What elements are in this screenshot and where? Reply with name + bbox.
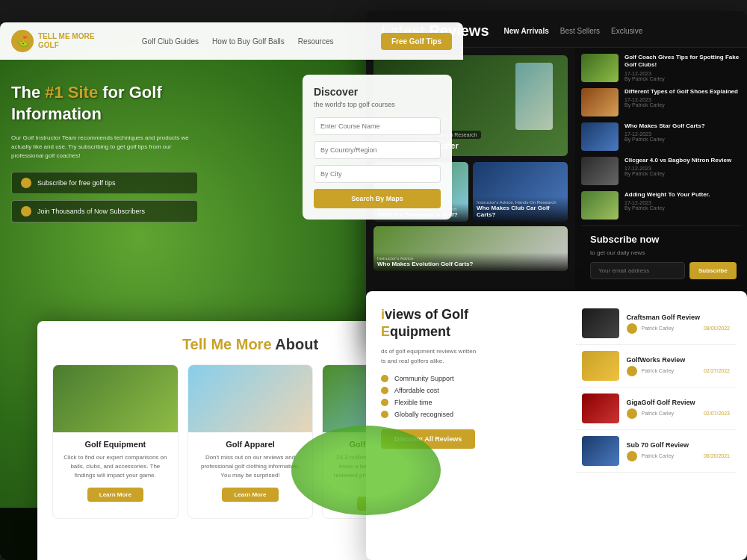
card-equipment: Golf Equipment Click to find our expert … xyxy=(52,364,179,519)
review-date-1: 08/00/2022 xyxy=(704,326,730,331)
golfer-image xyxy=(515,63,553,130)
small-card-2-title: Who Makes Club Car Golf Carts? xyxy=(477,205,564,218)
join-btn[interactable]: Join Thousands of Now Subscribers xyxy=(11,200,198,223)
cf-subtitle: the world's top golf courses xyxy=(314,101,441,108)
sidebar-item-1-date: 17-12-2023 xyxy=(624,71,741,76)
equip-review-3-image xyxy=(582,393,619,423)
card-apparel-title: Golf Apparel xyxy=(196,440,306,449)
equip-features: Community Support Affordable cost Flexib… xyxy=(381,375,561,418)
sidebar-item-5-content: Adding Weight To Your Putter. 17-12-2023… xyxy=(624,191,741,211)
subscribe-section: Subscribe now to get our daily news Subs… xyxy=(581,225,741,287)
review-date-2: 02/27/2022 xyxy=(704,368,730,373)
card-equipment-title: Golf Equipment xyxy=(61,440,170,449)
join-icon xyxy=(21,206,31,217)
feature-time: Flexible time xyxy=(381,399,561,406)
subscribe-icon xyxy=(21,178,31,188)
equip-review-3-title: GigaGolf Golf Review xyxy=(627,399,731,406)
tab-exclusive[interactable]: Exclusive xyxy=(611,27,642,35)
card-apparel: Golf Apparel Don't miss out on our revie… xyxy=(187,364,314,519)
sidebar-item-4-image xyxy=(581,157,619,185)
sidebar-item-4-content: Clicgear 4.0 vs Bagboy Nitron Review 17-… xyxy=(624,157,741,176)
review-date-3: 02/07/2023 xyxy=(704,411,730,416)
sidebar-item-3-title: Who Makes Star Golf Carts? xyxy=(624,122,741,130)
equip-review-4-content: Sub 70 Golf Review Patrick Carley 06/20/… xyxy=(627,441,731,461)
logo-text: TELL ME MORE GOLF xyxy=(38,32,94,50)
equip-review-3-author: Patrick Carley 02/07/2023 xyxy=(627,408,731,419)
navigation-bar: ⛳ TELL ME MORE GOLF Golf Club Guides How… xyxy=(0,22,463,60)
city-input[interactable] xyxy=(314,165,441,183)
sidebar-item-4-author: By Patrick Carley xyxy=(624,171,741,176)
card-equipment-btn[interactable]: Learn More xyxy=(87,488,143,502)
equip-review-1[interactable]: Craftsman Golf Review Patrick Carley 08/… xyxy=(576,302,737,345)
equip-review-1-title: Craftsman Golf Review xyxy=(627,314,731,321)
sidebar-item-2[interactable]: Different Types of Golf Shoes Explained … xyxy=(581,88,741,116)
free-tips-button[interactable]: Free Golf Tips xyxy=(381,33,452,50)
sidebar-item-3[interactable]: Who Makes Star Golf Carts? 17-12-2023 By… xyxy=(581,122,741,151)
equip-review-4[interactable]: Sub 70 Golf Review Patrick Carley 06/20/… xyxy=(576,430,737,473)
equip-review-4-author: Patrick Carley 06/20/2021 xyxy=(627,451,731,461)
search-maps-btn[interactable]: Search By Maps xyxy=(314,189,441,208)
nav-link-clubs[interactable]: Golf Club Guides xyxy=(142,37,199,46)
equip-review-4-title: Sub 70 Golf Review xyxy=(627,441,731,449)
tab-new-arrivals[interactable]: New Arrivals xyxy=(504,27,549,35)
nav-links: Golf Club Guides How to Buy Golf Balls R… xyxy=(109,37,366,46)
sidebar-item-1-author: By Patrick Carley xyxy=(624,76,741,81)
equip-review-3[interactable]: GigaGolf Golf Review Patrick Carley 02/0… xyxy=(576,388,737,430)
sidebar-item-5-title: Adding Weight To Your Putter. xyxy=(624,191,741,199)
feature-dot-community xyxy=(381,375,388,382)
sidebar-item-1[interactable]: Golf Coach Gives Tips for Spotting Fake … xyxy=(581,54,741,82)
sidebar-item-3-content: Who Makes Star Golf Carts? 17-12-2023 By… xyxy=(624,122,741,142)
course-name-input[interactable] xyxy=(314,117,441,135)
card-apparel-image xyxy=(188,365,313,432)
logo-icon: ⛳ xyxy=(11,30,34,52)
nav-link-balls[interactable]: How to Buy Golf Balls xyxy=(212,37,285,46)
sidebar-item-1-image xyxy=(581,54,619,82)
equip-review-1-author: Patrick Carley 08/00/2022 xyxy=(627,323,731,334)
equip-review-3-content: GigaGolf Golf Review Patrick Carley 02/0… xyxy=(627,399,731,419)
subscribe-button[interactable]: Subscribe xyxy=(689,262,737,279)
card-apparel-btn[interactable]: Learn More xyxy=(222,488,278,502)
feature-community: Community Support xyxy=(381,375,561,382)
author-name-4: Patrick Carley xyxy=(642,453,675,458)
country-input[interactable] xyxy=(314,141,441,159)
sidebar-item-2-author: By Patrick Carley xyxy=(624,102,741,108)
author-avatar-4 xyxy=(627,451,637,461)
small-card-3-title: Who Makes Evolution Golf Carts? xyxy=(377,261,564,267)
small-card-2-overlay: Instructor's Advice, Hands-On Research W… xyxy=(473,196,568,222)
sidebar-item-5-image xyxy=(581,191,619,220)
author-name-2: Patrick Carley xyxy=(642,368,675,373)
equip-review-2[interactable]: GolfWorks Review Patrick Carley 02/27/20… xyxy=(576,345,737,388)
card-equipment-desc: Click to find our expert comparisons on … xyxy=(61,453,170,480)
hero-title: The #1 Site for Golf Information xyxy=(11,82,198,125)
sidebar-item-2-image xyxy=(581,88,619,116)
sidebar-item-1-title: Golf Coach Gives Tips for Spotting Fake … xyxy=(624,54,741,69)
author-name-3: Patrick Carley xyxy=(642,411,675,416)
sidebar-item-3-author: By Patrick Carley xyxy=(624,137,741,142)
subscribe-email-input[interactable] xyxy=(590,262,685,279)
hero-buttons: Subscribe for free golf tips Join Thousa… xyxy=(11,172,198,223)
equip-right: Craftsman Golf Review Patrick Carley 08/… xyxy=(576,291,748,484)
course-finder-panel: Discover the world's top golf courses Se… xyxy=(303,75,452,220)
nav-link-resources[interactable]: Resources xyxy=(298,37,334,46)
equip-review-2-content: GolfWorks Review Patrick Carley 02/27/20… xyxy=(627,356,731,376)
tab-best-sellers[interactable]: Best Sellers xyxy=(560,27,600,35)
equip-title: iviews of GolfEquipment xyxy=(381,306,561,341)
site-logo[interactable]: ⛳ TELL ME MORE GOLF xyxy=(11,30,94,52)
small-card-3[interactable]: Instructor's Advice Who Makes Evolution … xyxy=(374,226,568,271)
small-card-2[interactable]: Instructor's Advice, Hands-On Research W… xyxy=(473,162,568,222)
small-card-3-overlay: Instructor's Advice Who Makes Evolution … xyxy=(374,252,568,271)
equip-description: ds of golf equipment reviews writtents a… xyxy=(381,347,561,367)
sidebar-item-3-image xyxy=(581,122,619,151)
sidebar-item-1-content: Golf Coach Gives Tips for Spotting Fake … xyxy=(624,54,741,81)
sidebar-item-4[interactable]: Clicgear 4.0 vs Bagboy Nitron Review 17-… xyxy=(581,157,741,185)
equipment-reviews-panel: iviews of GolfEquipment ds of golf equip… xyxy=(366,291,747,560)
equip-review-2-author: Patrick Carley 02/27/2022 xyxy=(627,366,731,376)
sidebar-item-5[interactable]: Adding Weight To Your Putter. 17-12-2023… xyxy=(581,191,741,220)
author-avatar-1 xyxy=(627,323,637,334)
subscribe-btn[interactable]: Subscribe for free golf tips xyxy=(11,172,198,194)
hero-description: Our Golf Instructor Team recommends tech… xyxy=(11,134,198,161)
sidebar-item-5-author: By Patrick Carley xyxy=(624,205,741,211)
reviews-tabs: New Arrivals Best Sellers Exclusive xyxy=(504,27,643,35)
review-date-4: 06/20/2021 xyxy=(704,453,730,458)
feature-dot-cost xyxy=(381,387,388,394)
